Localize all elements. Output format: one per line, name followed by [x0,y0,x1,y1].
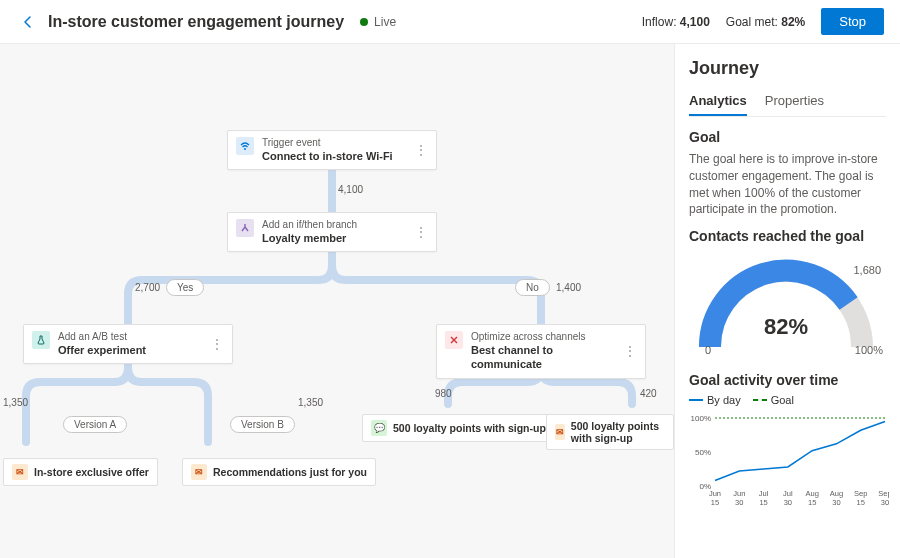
tab-analytics[interactable]: Analytics [689,87,747,116]
more-icon[interactable]: ⋮ [414,143,428,157]
branch-icon [236,219,254,237]
gauge-min: 0 [705,344,711,356]
svg-text:Sep: Sep [854,489,867,498]
svg-text:15: 15 [857,498,865,507]
arrow-left-icon [20,14,36,30]
page-title: In-store customer engagement journey [48,13,344,31]
contacts-heading: Contacts reached the goal [689,228,886,244]
gauge-value: 1,680 [853,264,881,276]
node-leaf-b[interactable]: ✉ Recommendations just for you [182,458,376,486]
svg-text:30: 30 [735,498,743,507]
more-icon[interactable]: ⋮ [623,344,637,358]
goal-heading: Goal [689,129,886,145]
gauge-max: 100% [855,344,883,356]
mail-icon: ✉ [12,464,28,480]
svg-text:15: 15 [711,498,719,507]
svg-text:Jun: Jun [709,489,721,498]
svg-text:30: 30 [784,498,792,507]
count-b: 1,350 [298,397,323,408]
status-badge: Live [360,15,396,29]
pill-version-a: Version A [63,416,127,433]
goal-description: The goal here is to improve in-store cus… [689,151,886,218]
count-yes: 2,700 [135,282,160,293]
more-icon[interactable]: ⋮ [414,225,428,239]
svg-text:15: 15 [808,498,816,507]
header-bar: In-store customer engagement journey Liv… [0,0,900,44]
svg-text:Sep: Sep [878,489,889,498]
svg-text:Aug: Aug [805,489,818,498]
node-leaf-a[interactable]: ✉ In-store exclusive offer [3,458,158,486]
status-text: Live [374,15,396,29]
activity-heading: Goal activity over time [689,372,886,388]
legend-swatch-byday [689,399,703,401]
count-no: 1,400 [556,282,581,293]
back-button[interactable] [16,10,40,34]
journey-canvas[interactable]: Trigger eventConnect to in-store Wi-Fi ⋮… [0,44,674,558]
chart-legend: By day Goal [689,394,886,406]
pill-no: No [515,279,550,296]
tabs: Analytics Properties [689,87,886,117]
svg-text:Aug: Aug [830,489,843,498]
svg-text:Jun: Jun [733,489,745,498]
svg-text:30: 30 [832,498,840,507]
status-dot-icon [360,18,368,26]
main: Trigger eventConnect to in-store Wi-Fi ⋮… [0,44,900,558]
mail-icon: ✉ [555,424,565,440]
legend-swatch-goal [753,399,767,401]
svg-text:Jul: Jul [759,489,769,498]
svg-text:30: 30 [881,498,889,507]
svg-text:50%: 50% [695,448,711,457]
more-icon[interactable]: ⋮ [210,337,224,351]
svg-text:100%: 100% [691,414,711,423]
mail-icon: ✉ [191,464,207,480]
node-ab-test[interactable]: Add an A/B testOffer experiment ⋮ [23,324,233,364]
goal-stat: Goal met: 82% [726,15,805,29]
optimize-icon [445,331,463,349]
chat-icon: 💬 [371,420,387,436]
stop-button[interactable]: Stop [821,8,884,35]
line-chart: 0%50%100%Jun15Jun30Jul15Jul30Aug15Aug30S… [689,412,889,512]
node-optimize[interactable]: Optimize across channelsBest channel to … [436,324,646,379]
count-a: 1,350 [3,397,28,408]
wifi-icon [236,137,254,155]
node-leaf-d[interactable]: ✉ 500 loyalty points with sign-up [546,414,674,450]
gauge-percent: 82% [689,314,883,340]
svg-point-0 [244,148,246,150]
pill-version-b: Version B [230,416,295,433]
node-leaf-c[interactable]: 💬 500 loyalty points with sign-up [362,414,555,442]
node-trigger[interactable]: Trigger eventConnect to in-store Wi-Fi ⋮ [227,130,437,170]
pill-yes: Yes [166,279,204,296]
count-trigger: 4,100 [338,184,363,195]
count-c2: 420 [640,388,657,399]
svg-text:15: 15 [759,498,767,507]
count-c1: 980 [435,388,452,399]
node-branch[interactable]: Add an if/then branchLoyalty member ⋮ [227,212,437,252]
gauge-chart: 82% 0 100% 1,680 [689,252,883,362]
inflow-stat: Inflow: 4,100 [642,15,710,29]
svg-text:Jul: Jul [783,489,793,498]
side-title: Journey [689,58,886,79]
side-panel: Journey Analytics Properties Goal The go… [674,44,900,558]
header-right: Inflow: 4,100 Goal met: 82% Stop [642,8,884,35]
flask-icon [32,331,50,349]
tab-properties[interactable]: Properties [765,87,824,116]
